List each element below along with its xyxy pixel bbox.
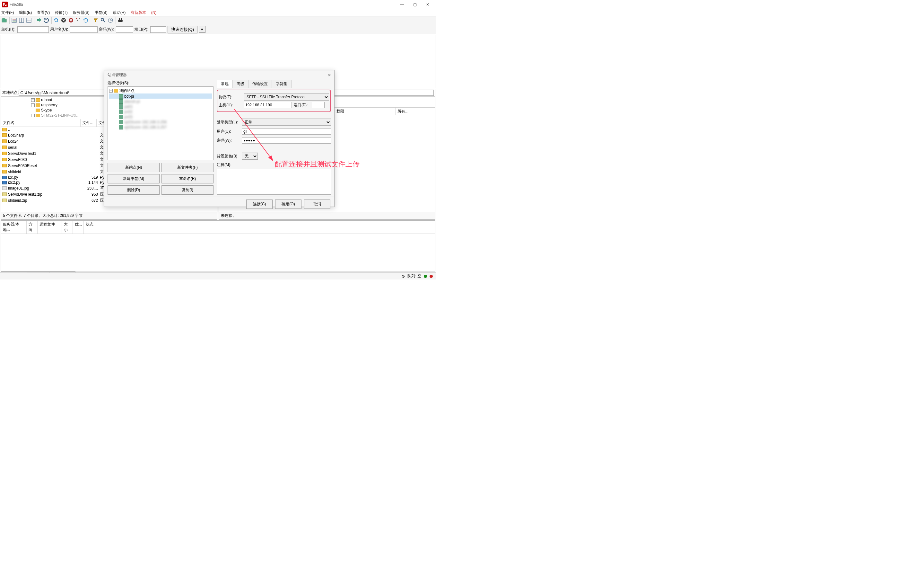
col-perms[interactable]: 权限 [335, 108, 396, 115]
statusbar: ⊘ 队列: 空 [0, 272, 436, 280]
collapse-icon[interactable]: − [109, 89, 113, 93]
col-size[interactable]: 大小 [62, 221, 73, 233]
site-item[interactable]: sp03conn 192.168.3.256 [124, 120, 167, 124]
new-site-button[interactable]: 新站点(N) [107, 163, 160, 172]
site-root-label[interactable]: 我的站点 [119, 88, 135, 93]
dialog-close-button[interactable]: ✕ [328, 73, 331, 78]
disconnect-icon[interactable] [76, 17, 82, 24]
site-item[interactable]: pv02 [124, 109, 133, 114]
login-type-select[interactable]: 正常 [242, 119, 331, 126]
refresh-icon[interactable] [53, 17, 60, 24]
expand-icon[interactable]: + [31, 98, 35, 102]
sync-browse-icon[interactable] [36, 17, 42, 24]
qc-host-input[interactable] [17, 26, 49, 33]
menu-edit[interactable]: 编辑(E) [19, 10, 32, 15]
menu-file[interactable]: 文件(F) [1, 10, 14, 15]
menu-view[interactable]: 查看(V) [37, 10, 50, 15]
qc-port-input[interactable] [150, 26, 166, 33]
qc-pass-label: 密码(W): [99, 26, 114, 32]
col-owner[interactable]: 所有... [396, 108, 435, 115]
file-size: 258,... [82, 186, 98, 190]
quickconnect-dropdown[interactable]: ▾ [199, 26, 205, 33]
delete-button[interactable]: 删除(D) [107, 185, 160, 195]
col-filesize[interactable]: 文件... [81, 119, 97, 127]
site-item[interactable]: pa01 [124, 104, 133, 109]
protocol-select[interactable]: SFTP - SSH File Transfer Protocol [244, 93, 329, 101]
status-indicator-recv [429, 275, 433, 278]
folder-icon [2, 133, 7, 137]
folder-icon [36, 98, 40, 102]
toggle-queue-icon[interactable] [26, 17, 33, 24]
bgcolor-select[interactable]: 无 [242, 152, 258, 160]
expand-icon[interactable]: + [31, 103, 35, 107]
tab-general[interactable]: 常规 [217, 79, 233, 88]
compare-icon[interactable] [43, 17, 50, 24]
menu-new-version[interactable]: 有新版本！ (N) [131, 10, 156, 15]
server-icon [119, 104, 123, 109]
password-input[interactable] [242, 137, 331, 144]
tab-transfer[interactable]: 传输设置 [248, 79, 272, 88]
svg-point-10 [44, 18, 48, 23]
reconnect-icon[interactable] [83, 17, 89, 24]
file-size: 519 [82, 175, 98, 180]
port-input[interactable] [312, 102, 325, 108]
minimize-button[interactable]: — [396, 0, 408, 9]
menu-help[interactable]: 帮助(H) [113, 10, 126, 15]
toggle-log-icon[interactable] [11, 17, 18, 24]
expand-icon[interactable]: + [31, 114, 35, 117]
svg-rect-20 [119, 18, 120, 20]
tab-advanced[interactable]: 高级 [233, 79, 249, 88]
col-filename[interactable]: 文件名 [1, 119, 81, 127]
filter-icon[interactable] [93, 17, 99, 24]
file-name: ServoDriveTest1 [8, 151, 36, 156]
maximize-button[interactable]: ▢ [408, 0, 421, 9]
site-manager-icon[interactable] [1, 17, 8, 24]
menu-server[interactable]: 服务器(S) [73, 10, 89, 15]
site-item[interactable]: pv03 [124, 115, 133, 119]
ok-button[interactable]: 确定(O) [275, 200, 302, 209]
site-item[interactable]: plansh-pi [124, 99, 140, 104]
qc-user-input[interactable] [70, 26, 97, 33]
cancel-button[interactable]: 取消 [304, 200, 330, 209]
col-dir[interactable]: 方向 [26, 221, 38, 233]
site-item[interactable]: sp03conn 192.168.3.257 [124, 125, 167, 129]
tab-charset[interactable]: 字符集 [272, 79, 292, 88]
quickconnect-button[interactable]: 快速连接(Q) [168, 26, 198, 33]
tree-node[interactable]: STM32-ST-LINK-Util... [41, 113, 79, 118]
qc-user-label: 用户名(U): [50, 26, 68, 32]
tree-node[interactable]: Skype [41, 108, 52, 113]
cancel-icon[interactable] [68, 17, 74, 24]
file-name: .. [8, 127, 10, 132]
host-input[interactable] [244, 102, 292, 108]
user-input[interactable] [242, 128, 331, 135]
new-folder-button[interactable]: 新文件夹(F) [162, 163, 213, 172]
tree-node[interactable]: raspberry [41, 103, 58, 107]
menu-bookmarks[interactable]: 书签(B) [95, 10, 107, 15]
col-state[interactable]: 状态 [84, 221, 435, 233]
notes-input[interactable] [217, 169, 331, 195]
menu-transfer[interactable]: 传输(T) [55, 10, 68, 15]
new-bookmark-button[interactable]: 新建书签(M) [107, 174, 160, 184]
binoculars-icon[interactable] [117, 17, 124, 24]
col-priority[interactable]: 优... [73, 221, 84, 233]
close-button[interactable]: ✕ [421, 0, 434, 9]
qc-pass-input[interactable] [116, 26, 133, 33]
queue-body[interactable] [1, 234, 435, 271]
local-path-label: 本地站点: [2, 90, 19, 95]
col-remote-file[interactable]: 远程文件 [38, 221, 62, 233]
site-item[interactable]: bot-pi [124, 94, 134, 99]
rename-button[interactable]: 重命名(R) [162, 174, 213, 184]
copy-button[interactable]: 复制(I) [162, 185, 213, 195]
zip-icon [2, 192, 7, 196]
process-queue-icon[interactable] [61, 17, 67, 24]
server-icon [119, 115, 123, 119]
app-icon: Fz [2, 2, 8, 7]
tree-node[interactable]: reboot [41, 98, 52, 102]
search-icon[interactable] [100, 17, 107, 24]
connect-button[interactable]: 连接(C) [246, 200, 272, 209]
site-tree[interactable]: −我的站点 bot-pi plansh-pi pa01 pv02 pv03 sp… [107, 86, 213, 160]
file-name: ServoF030 [8, 157, 27, 162]
toggle-tree-icon[interactable] [19, 17, 25, 24]
clock-icon[interactable] [107, 17, 114, 24]
col-server[interactable]: 服务器/本地... [1, 221, 26, 233]
